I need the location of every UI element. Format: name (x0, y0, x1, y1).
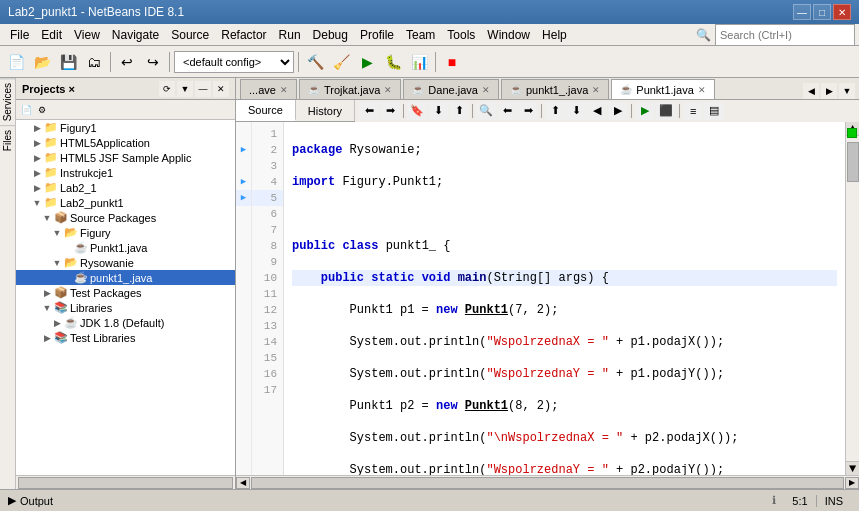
expand-icon[interactable]: ▼ (32, 198, 42, 208)
menu-view[interactable]: View (68, 26, 106, 44)
panel-config-button[interactable]: ▼ (177, 81, 193, 97)
ed-btn-3[interactable]: 🔖 (407, 102, 427, 120)
config-dropdown[interactable]: <default config> (174, 51, 294, 73)
tree-item-lab2-punkt1[interactable]: ▼ 📁 Lab2_punkt1 (16, 195, 235, 210)
hscroll-left[interactable]: ◀ (236, 477, 250, 489)
ed-btn-run[interactable]: ▶ (635, 102, 655, 120)
tab-scroll-left[interactable]: ◀ (803, 83, 819, 99)
build-button[interactable]: 🔨 (303, 50, 327, 74)
expand-icon[interactable]: ▶ (32, 153, 42, 163)
menu-run[interactable]: Run (273, 26, 307, 44)
tab-scroll-right[interactable]: ▶ (821, 83, 837, 99)
undo-button[interactable]: ↩ (115, 50, 139, 74)
save-all-button[interactable]: 🗂 (82, 50, 106, 74)
search-input[interactable] (715, 24, 855, 46)
maximize-button[interactable]: □ (813, 4, 831, 20)
expand-icon[interactable]: ▶ (32, 183, 42, 193)
horizontal-scrollbar[interactable]: ◀ ▶ (236, 475, 859, 489)
new-project-button[interactable]: 📄 (4, 50, 28, 74)
ed-btn-8[interactable]: ⬆ (545, 102, 565, 120)
vertical-scrollbar[interactable]: ▲ ▼ (845, 122, 859, 489)
scroll-thumb[interactable] (847, 142, 859, 182)
expand-icon[interactable]: ▶ (32, 168, 42, 178)
menu-tools[interactable]: Tools (441, 26, 481, 44)
menu-source[interactable]: Source (165, 26, 215, 44)
expand-icon[interactable]: ▶ (32, 138, 42, 148)
expand-icon[interactable]: ▼ (42, 303, 52, 313)
debug-button[interactable]: 🐛 (381, 50, 405, 74)
expand-icon[interactable]: ▼ (42, 213, 52, 223)
ed-btn-11[interactable]: ▶ (608, 102, 628, 120)
menu-refactor[interactable]: Refactor (215, 26, 272, 44)
menu-debug[interactable]: Debug (307, 26, 354, 44)
menu-profile[interactable]: Profile (354, 26, 400, 44)
tree-item-lab2-1[interactable]: ▶ 📁 Lab2_1 (16, 180, 235, 195)
tab-ave[interactable]: ...ave ✕ (240, 79, 297, 99)
ed-btn-1[interactable]: ⬅ (359, 102, 379, 120)
stop-button[interactable]: ■ (440, 50, 464, 74)
tree-item-jdk[interactable]: ▶ ☕ JDK 1.8 (Default) (16, 315, 235, 330)
ed-btn-5[interactable]: ⬆ (449, 102, 469, 120)
ed-btn-9[interactable]: ⬇ (566, 102, 586, 120)
save-button[interactable]: 💾 (56, 50, 80, 74)
ed-btn-more[interactable]: ≡ (683, 102, 703, 120)
tab-close[interactable]: ✕ (592, 85, 600, 95)
new-file-button[interactable]: 📄 (18, 102, 34, 118)
files-tab[interactable]: Files (0, 125, 15, 155)
panel-close-button[interactable]: ✕ (213, 81, 229, 97)
ed-btn-search[interactable]: 🔍 (476, 102, 496, 120)
hscroll-thumb[interactable] (251, 477, 844, 489)
profile-button[interactable]: 📊 (407, 50, 431, 74)
tree-item-html5jsf[interactable]: ▶ 📁 HTML5 JSF Sample Applic (16, 150, 235, 165)
services-tab[interactable]: Services (0, 78, 15, 125)
tree-item-libraries[interactable]: ▼ 📚 Libraries (16, 300, 235, 315)
properties-button[interactable]: ⚙ (34, 102, 50, 118)
ed-btn-7[interactable]: ➡ (518, 102, 538, 120)
tree-item-instrukcje1[interactable]: ▶ 📁 Instrukcje1 (16, 165, 235, 180)
panel-sync-button[interactable]: ⟳ (159, 81, 175, 97)
menu-team[interactable]: Team (400, 26, 441, 44)
ed-btn-cols[interactable]: ▤ (704, 102, 724, 120)
panel-minimize-button[interactable]: — (195, 81, 211, 97)
menu-file[interactable]: File (4, 26, 35, 44)
menu-help[interactable]: Help (536, 26, 573, 44)
hscroll-right[interactable]: ▶ (845, 477, 859, 489)
tree-item-punkt1-java[interactable]: ☕ Punkt1.java (16, 240, 235, 255)
tree-item-test-libraries[interactable]: ▶ 📚 Test Libraries (16, 330, 235, 345)
expand-icon[interactable]: ▶ (52, 318, 62, 328)
expand-icon[interactable]: ▶ (42, 333, 52, 343)
tab-dane[interactable]: ☕ Dane.java ✕ (403, 79, 499, 99)
tree-item-rysowanie[interactable]: ▼ 📂 Rysowanie (16, 255, 235, 270)
tree-item-source-packages[interactable]: ▼ 📦 Source Packages (16, 210, 235, 225)
tree-item-figury1[interactable]: ▶ 📁 Figury1 (16, 120, 235, 135)
tree-item-punkt1-underscore[interactable]: ☕ punkt1_.java (16, 270, 235, 285)
tab-close[interactable]: ✕ (280, 85, 288, 95)
menu-window[interactable]: Window (481, 26, 536, 44)
close-button[interactable]: ✕ (833, 4, 851, 20)
menu-navigate[interactable]: Navigate (106, 26, 165, 44)
tab-close[interactable]: ✕ (384, 85, 392, 95)
source-tab[interactable]: Source (236, 100, 296, 121)
run-button[interactable]: ▶ (355, 50, 379, 74)
tab-punkt1-active[interactable]: ☕ Punkt1.java ✕ (611, 79, 714, 99)
tree-item-html5[interactable]: ▶ 📁 HTML5Application (16, 135, 235, 150)
history-tab[interactable]: History (296, 100, 355, 121)
open-project-button[interactable]: 📂 (30, 50, 54, 74)
ed-btn-6[interactable]: ⬅ (497, 102, 517, 120)
code-content[interactable]: package Rysowanie; import Figury.Punkt1;… (284, 122, 845, 489)
tab-close[interactable]: ✕ (482, 85, 490, 95)
clean-button[interactable]: 🧹 (329, 50, 353, 74)
expand-icon[interactable]: ▶ (32, 123, 42, 133)
minimize-button[interactable]: — (793, 4, 811, 20)
tab-close[interactable]: ✕ (698, 85, 706, 95)
tab-trojkat[interactable]: ☕ Trojkat.java ✕ (299, 79, 401, 99)
expand-icon[interactable]: ▼ (52, 258, 62, 268)
ed-btn-10[interactable]: ◀ (587, 102, 607, 120)
ed-btn-4[interactable]: ⬇ (428, 102, 448, 120)
tab-punkt1-underscore[interactable]: ☕ punkt1_.java ✕ (501, 79, 609, 99)
redo-button[interactable]: ↪ (141, 50, 165, 74)
menu-edit[interactable]: Edit (35, 26, 68, 44)
tab-list[interactable]: ▼ (839, 83, 855, 99)
expand-icon[interactable]: ▶ (42, 288, 52, 298)
expand-icon[interactable]: ▼ (52, 228, 62, 238)
